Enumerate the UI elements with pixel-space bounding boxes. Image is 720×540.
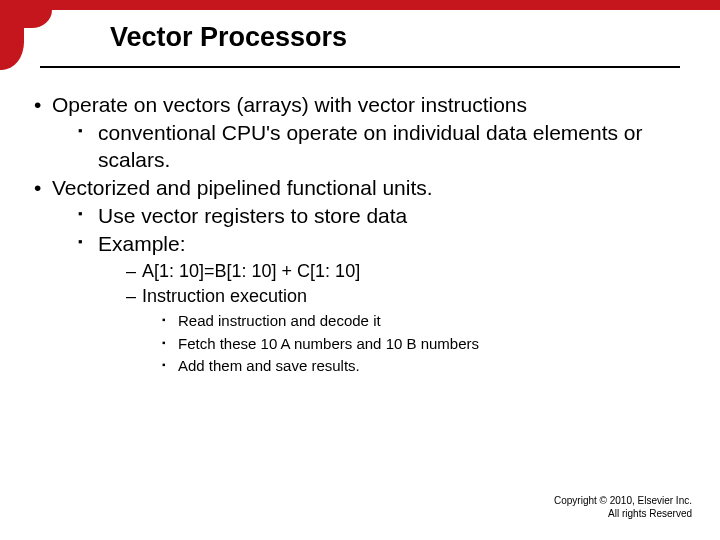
copyright-text: Copyright © 2010, Elsevier Inc. All righ… [554,495,692,520]
bullet-level1: Vectorized and pipelined functional unit… [30,175,690,201]
slide-title: Vector Processors [110,22,347,53]
bullet-level2: conventional CPU's operate on individual… [30,120,690,173]
bullet-level4: Read instruction and decode it [30,310,690,333]
bullet-level2: Use vector registers to store data [30,203,690,229]
slide-content: Operate on vectors (arrays) with vector … [30,92,690,378]
header-red-bar-left [0,10,24,70]
bullet-level4: Fetch these 10 A numbers and 10 B number… [30,333,690,356]
bullet-level1: Operate on vectors (arrays) with vector … [30,92,690,118]
header-red-bar-top [0,0,720,10]
bullet-level2: Example: [30,231,690,257]
copyright-line: Copyright © 2010, Elsevier Inc. [554,495,692,508]
slide-header: Vector Processors [0,0,720,78]
bullet-level3: A[1: 10]=B[1: 10] + C[1: 10] [30,260,690,283]
title-underline [40,66,680,68]
bullet-level3: Instruction execution [30,285,690,308]
bullet-level4: Add them and save results. [30,355,690,378]
copyright-line: All rights Reserved [554,508,692,521]
